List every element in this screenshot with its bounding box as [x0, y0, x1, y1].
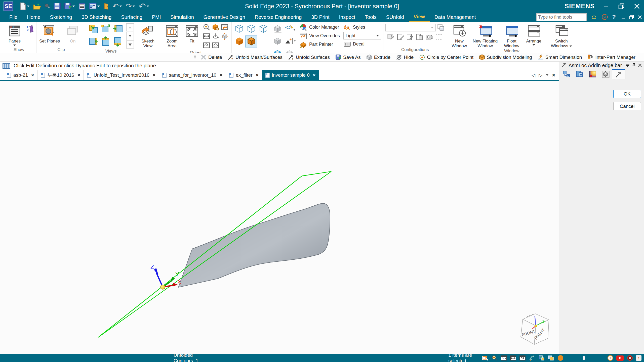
color-manager-button[interactable]: Color Manager: [300, 23, 340, 31]
zoom-in-button[interactable]: +: [608, 355, 613, 361]
refresh-window-button[interactable]: [203, 41, 210, 49]
view-pan-down-button[interactable]: [112, 36, 123, 47]
tab-sketching[interactable]: Sketching: [45, 12, 77, 22]
app-logo[interactable]: SE: [4, 2, 13, 11]
fit-button[interactable]: Fit: [183, 23, 201, 43]
shaded-with-edges-button[interactable]: [246, 36, 257, 47]
view-overrides-button[interactable]: View Overrides: [300, 32, 340, 40]
wireframe-hidden-edges-button[interactable]: [246, 23, 257, 34]
chevron-double-down-icon[interactable]: [625, 63, 630, 67]
tab-file[interactable]: File: [5, 12, 22, 22]
view-pan-up-button[interactable]: [100, 36, 111, 47]
views-scroll-down-button[interactable]: [126, 32, 134, 40]
close-tab-icon[interactable]: ×: [256, 72, 259, 78]
subdivision-modeling-button[interactable]: Subdivision Modeling: [476, 53, 535, 61]
part-painter-button[interactable]: Part Painter: [300, 40, 340, 48]
switch-windows-dropdown[interactable]: [570, 46, 572, 47]
panes-dropdown[interactable]: [13, 44, 16, 46]
options-window-button[interactable]: [89, 3, 100, 10]
zoom-button[interactable]: [203, 23, 210, 31]
sketch-render-button[interactable]: [285, 23, 296, 34]
new-floating-window-button[interactable]: New Floating Window: [471, 23, 500, 48]
view-restore-button[interactable]: [88, 23, 99, 34]
close-button[interactable]: [634, 3, 640, 9]
config-edit-button[interactable]: [397, 33, 405, 41]
layers-tab[interactable]: [573, 69, 586, 79]
sketch-view-button[interactable]: Sketch View: [138, 23, 158, 48]
styles-button[interactable]: AA Styles: [343, 23, 381, 31]
save-as-tool-button[interactable]: Save As: [333, 53, 364, 61]
repeat-button[interactable]: ↶: [139, 3, 149, 10]
redo-button[interactable]: ↷: [126, 3, 135, 10]
tab-reverse-engineering[interactable]: Reverse Engineering: [250, 12, 307, 22]
open-button[interactable]: [33, 3, 41, 10]
repeat-dropdown[interactable]: [147, 6, 149, 7]
environment-style-button[interactable]: [285, 36, 296, 47]
view-pan-right-button[interactable]: [88, 36, 99, 47]
configuration-combobox[interactable]: [385, 24, 436, 31]
new-window-button[interactable]: New Window: [449, 23, 470, 48]
tab-3d-print[interactable]: 3D Print: [306, 12, 334, 22]
wireframe-visible-edges-button[interactable]: [234, 23, 245, 34]
pan-button[interactable]: [203, 32, 210, 40]
tab-3d-sketching[interactable]: 3D Sketching: [77, 12, 116, 22]
undo-dropdown[interactable]: [119, 6, 122, 7]
delete-button[interactable]: Delete: [198, 53, 225, 61]
switch-windows-button[interactable]: Switch Windows: [548, 23, 575, 48]
tab-close-button[interactable]: ×: [552, 72, 555, 78]
config-copy-button[interactable]: [416, 33, 424, 41]
undo-button[interactable]: ↶: [112, 3, 122, 10]
new-document-button[interactable]: [20, 3, 29, 10]
sensors-tab[interactable]: [599, 69, 612, 79]
toolbar-drag-handle[interactable]: [194, 55, 196, 60]
tab-list-dropdown[interactable]: [546, 74, 548, 76]
zoom-area-button[interactable]: Zoom Area: [162, 23, 182, 48]
select-faces-icon[interactable]: [539, 355, 545, 361]
render-mode-select[interactable]: Light: [343, 32, 381, 39]
doc-tab-unfold-test-inventor2016[interactable]: Unfold_Test_Inventor2016 ×: [84, 70, 159, 80]
circle-by-center-point-button[interactable]: Circle by Center Point: [416, 53, 476, 61]
color-gradient-tab[interactable]: [586, 69, 599, 79]
select-tool-icon[interactable]: [482, 355, 488, 361]
help-icon[interactable]: ?: [612, 14, 616, 21]
properties-button[interactable]: [78, 3, 86, 10]
tab-scroll-left-button[interactable]: ◁: [532, 72, 535, 78]
redo-dropdown[interactable]: [133, 6, 135, 7]
tab-pmi[interactable]: PMI: [147, 12, 166, 22]
child-close-button[interactable]: [638, 15, 642, 19]
origin-triad[interactable]: Z Y X: [150, 263, 181, 289]
unfold-mesh-surfaces-button[interactable]: 2 Unfold Mesh/Surfaces: [225, 53, 285, 61]
pathfinder-tab[interactable]: [560, 69, 573, 79]
config-settings-button[interactable]: [406, 33, 414, 41]
3d-viewport[interactable]: Z Y X FRONT RIGHT: [0, 81, 559, 354]
named-views-button[interactable]: [221, 23, 228, 31]
save-button[interactable]: [54, 3, 61, 10]
view-pan-left-button[interactable]: [112, 23, 123, 34]
find-tools-input[interactable]: [538, 15, 596, 20]
tab-home[interactable]: Home: [22, 12, 45, 22]
refresh-all-button[interactable]: [212, 41, 219, 49]
decal-button[interactable]: Decal: [343, 40, 381, 48]
tab-tools[interactable]: Tools: [360, 12, 381, 22]
overlapping-parts-icon[interactable]: [548, 355, 554, 361]
stamp-button[interactable]: [45, 3, 50, 10]
doc-tab-asb-21[interactable]: asb-21 ×: [4, 70, 37, 80]
spin-about-button[interactable]: [212, 32, 219, 40]
panes-button[interactable]: Panes: [4, 23, 26, 46]
view-expand-button[interactable]: [100, 23, 111, 34]
child-minimize-button[interactable]: [621, 15, 625, 19]
close-tab-icon[interactable]: ×: [31, 72, 34, 78]
doc-tab-part10-2016[interactable]: 부품10 2016 ×: [37, 70, 84, 80]
config-camera-button[interactable]: [425, 33, 433, 41]
command-finder-icon[interactable]: [529, 355, 535, 361]
arrange-button[interactable]: Arrange: [524, 23, 544, 46]
tab-surfacing[interactable]: Surfacing: [116, 12, 147, 22]
zoom-slider-handle[interactable]: [583, 356, 585, 360]
tab-inspect[interactable]: Inspect: [334, 12, 360, 22]
pin-icon[interactable]: [632, 63, 636, 68]
find-tools-searchbox[interactable]: [536, 13, 587, 21]
hide-button[interactable]: Hide: [393, 53, 416, 61]
inter-part-manager-button[interactable]: Inter-Part Manager: [585, 53, 638, 61]
edge-bar-close-icon[interactable]: [638, 63, 642, 67]
shadow-style-button[interactable]: [272, 23, 284, 34]
